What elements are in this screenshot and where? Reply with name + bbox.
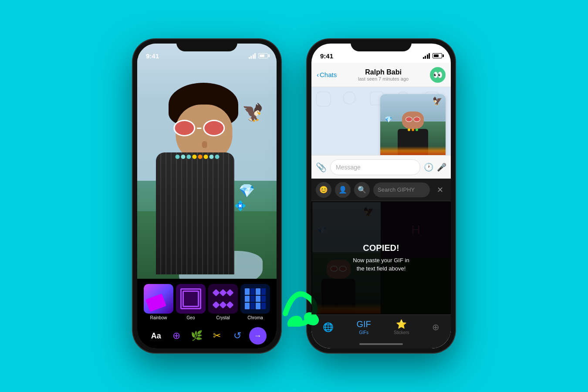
gif-tab-icon: GIF xyxy=(356,319,371,329)
rotate-tool-btn[interactable]: ↺ xyxy=(229,327,246,345)
bead1 xyxy=(175,155,179,159)
filter-item-crystal[interactable]: Crystal xyxy=(208,284,238,320)
shirt-stripes xyxy=(156,152,234,274)
text-tool-btn[interactable]: Aa xyxy=(147,327,165,345)
tools-row: Aa ⊕ 🌿 ✂ ↺ → xyxy=(137,324,277,348)
time-phone1: 9:41 xyxy=(146,52,159,60)
gif-panel-header: 😊 👤 🔍 Search GIPHY ✕ xyxy=(311,179,451,201)
telegram-header: ‹ Chats Ralph Babi last seen 7 minutes a… xyxy=(311,63,451,87)
contact-status: last seen 7 minutes ago xyxy=(340,76,426,81)
editor-panel: Rainbow Geo xyxy=(137,279,277,348)
gif-tab-search2[interactable]: 🔍 xyxy=(354,182,370,198)
signal-icon-phone2 xyxy=(423,53,430,59)
bird-sticker: 🦅 xyxy=(242,102,264,123)
filter-label-geo: Geo xyxy=(187,315,195,320)
filter-label-chroma: Chroma xyxy=(247,315,263,320)
filter-item-chroma[interactable]: Chroma xyxy=(240,284,270,320)
contact-avatar[interactable]: 👀 xyxy=(430,67,446,83)
chevron-left-icon: ‹ xyxy=(317,71,319,78)
signal-icon-phone1 xyxy=(249,53,256,59)
fire-effect xyxy=(380,146,446,155)
filter-item-rainbow[interactable]: Rainbow xyxy=(144,284,173,320)
time-phone2: 9:41 xyxy=(320,52,333,60)
gif-tab-label: GIFs xyxy=(359,330,368,335)
bridge xyxy=(197,128,201,129)
filter-item-geo[interactable]: Geo xyxy=(176,284,206,320)
phone-1-editor: 9:41 xyxy=(133,39,281,353)
stickers-tab-icon: ⭐ xyxy=(396,319,407,329)
stickers-tab-label: Stickers xyxy=(394,330,409,335)
filter-thumb-crystal[interactable] xyxy=(208,284,238,314)
bead3 xyxy=(186,155,191,159)
status-bar-phone1: 9:41 xyxy=(137,44,277,63)
necklace xyxy=(165,155,230,159)
battery-icon-phone2 xyxy=(433,53,442,58)
safe-area-indicator xyxy=(359,343,403,345)
gif-tab-emoji[interactable]: 😊 xyxy=(316,182,331,198)
phone-2-telegram: 9:41 ‹ xyxy=(307,39,455,353)
gif-close-button[interactable]: ✕ xyxy=(433,183,446,196)
nose xyxy=(202,141,207,148)
msg-glasses xyxy=(402,112,424,122)
sunglasses xyxy=(173,120,225,136)
msg-necklace xyxy=(408,128,418,131)
status-icons-phone1 xyxy=(249,53,268,59)
right-lens xyxy=(203,120,225,136)
bead2 xyxy=(181,155,185,159)
geo-squares xyxy=(180,288,201,309)
filter-row: Rainbow Geo xyxy=(137,279,277,324)
bead7 xyxy=(209,155,213,159)
mic-button[interactable]: 🎤 xyxy=(437,162,446,172)
contact-name: Ralph Babi xyxy=(340,68,426,76)
message-input-bar: 📎 Message 🕐 🎤 xyxy=(311,155,451,179)
next-btn[interactable]: → xyxy=(249,327,267,345)
gif-grid: 🦅 💎 H COPIED! xyxy=(311,201,451,314)
msg-gem: 💎 xyxy=(385,116,392,123)
bead8 xyxy=(215,155,219,159)
message-placeholder: Message xyxy=(336,164,361,171)
copied-title: COPIED! xyxy=(363,243,399,253)
filter-thumb-rainbow[interactable] xyxy=(144,284,173,314)
back-button[interactable]: ‹ Chats xyxy=(317,71,337,78)
msg-face xyxy=(402,112,424,129)
message-image: 🦅 💎 xyxy=(380,94,446,155)
leaf-tool-btn[interactable]: 🌿 xyxy=(188,327,206,345)
gif-search-placeholder: Search GIPHY xyxy=(378,186,415,193)
chroma-grid xyxy=(245,288,266,309)
phones-container: 9:41 xyxy=(133,39,455,353)
filter-label-rainbow: Rainbow xyxy=(150,315,167,320)
clock-button[interactable]: 🕐 xyxy=(424,162,433,172)
chat-info: Ralph Babi last seen 7 minutes ago xyxy=(340,68,426,81)
more-tab-icon: ⊕ xyxy=(432,322,439,332)
filter-thumb-geo[interactable] xyxy=(176,284,206,314)
gif-footer-gif-tab[interactable]: GIF GIFs xyxy=(356,319,371,335)
bead5 xyxy=(198,155,202,159)
copied-subtitle: Now paste your GIF in the text field abo… xyxy=(351,257,412,272)
gif-footer-stickers-tab[interactable]: ⭐ Stickers xyxy=(394,319,409,335)
status-bar-phone2: 9:41 xyxy=(311,44,451,63)
link-tool-btn[interactable]: ⊕ xyxy=(168,327,185,345)
gif-panel: 😊 👤 🔍 Search GIPHY ✕ xyxy=(311,179,451,348)
copied-overlay: COPIED! Now paste your GIF in the text f… xyxy=(311,201,451,314)
msg-left-lens xyxy=(406,117,412,122)
filter-label-crystal: Crystal xyxy=(216,315,230,320)
body xyxy=(156,152,234,274)
attach-button[interactable]: 📎 xyxy=(316,162,327,172)
bead4 xyxy=(192,155,196,159)
gif-search-bar[interactable]: Search GIPHY xyxy=(373,182,430,197)
battery-icon-phone1 xyxy=(258,53,268,58)
gem-sticker-1: 💎 xyxy=(239,183,255,198)
scissors-tool-btn[interactable]: ✂ xyxy=(208,327,226,345)
back-label: Chats xyxy=(320,71,337,78)
left-lens xyxy=(173,120,195,136)
bead6 xyxy=(203,155,208,159)
gem-sticker-2: 💠 xyxy=(234,200,246,212)
gif-footer-tabs: 🌐 GIF GIFs ⭐ Stickers ⊕ xyxy=(311,314,451,339)
message-input-field[interactable]: Message xyxy=(330,159,420,175)
gif-footer-more-tab[interactable]: ⊕ xyxy=(432,322,439,332)
gif-tab-face[interactable]: 👤 xyxy=(335,182,351,198)
person-photo: 🦅 💎 💠 xyxy=(137,70,277,279)
msg-bird: 🦅 xyxy=(433,96,442,106)
status-icons-phone2 xyxy=(423,53,443,59)
filter-thumb-chroma[interactable] xyxy=(240,284,270,314)
